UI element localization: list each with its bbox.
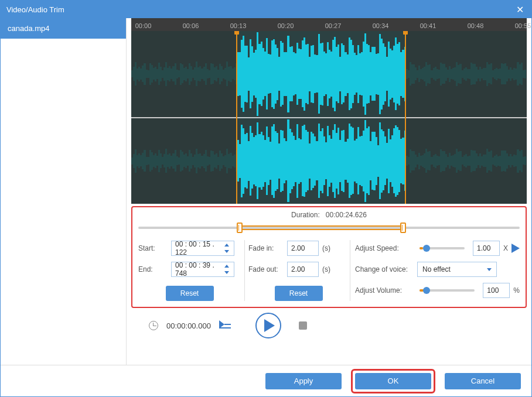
time-tick: 00:48: [468, 22, 484, 29]
spinner-down-icon[interactable]: [224, 250, 229, 253]
volume-input[interactable]: [483, 283, 510, 298]
window-title: Video/Audio Trim: [6, 5, 514, 14]
file-name: canada.mp4: [8, 24, 50, 33]
time-tick: 00:13: [230, 22, 247, 29]
play-icon: [264, 319, 275, 332]
end-time-input[interactable]: 00 : 00 : 39 . 748: [171, 262, 234, 277]
file-list: canada.mp4: [1, 18, 127, 365]
speed-label: Adjust Speed:: [355, 244, 414, 252]
fade-in-unit: (s): [322, 244, 330, 252]
end-label: End:: [138, 265, 168, 273]
start-label: Start:: [138, 244, 168, 252]
cancel-button[interactable]: Cancel: [445, 373, 521, 389]
fade-out-input[interactable]: [287, 262, 319, 277]
trim-slider-start-handle[interactable]: [237, 223, 243, 233]
start-time-input[interactable]: 00 : 00 : 15 . 122: [171, 241, 234, 256]
time-tick: 00:20: [278, 22, 294, 29]
duration-label: Duration:: [291, 211, 320, 219]
fade-out-label: Fade out:: [248, 265, 284, 273]
waveform[interactable]: [131, 31, 527, 204]
spinner-down-icon[interactable]: [224, 271, 229, 274]
reset-trim-button[interactable]: Reset: [166, 286, 214, 301]
reset-fade-button[interactable]: Reset: [275, 286, 323, 301]
trim-slider-end-handle[interactable]: [400, 223, 406, 233]
speed-slider[interactable]: [420, 247, 465, 249]
ok-highlight: OK: [351, 369, 435, 393]
volume-label: Adjust Volume:: [355, 286, 414, 295]
volume-slider[interactable]: [420, 289, 475, 292]
dialog-footer: Apply OK Cancel: [1, 365, 531, 396]
apply-button[interactable]: Apply: [265, 373, 342, 389]
time-tick: 00:55: [515, 22, 531, 29]
fade-in-input[interactable]: [287, 241, 319, 256]
volume-unit: %: [513, 286, 520, 295]
close-icon[interactable]: ✕: [514, 4, 526, 15]
voice-label: Change of voice:: [355, 265, 414, 273]
voice-select[interactable]: No effect: [417, 262, 497, 277]
playback-bar: 00:00:00.000: [131, 308, 527, 343]
time-tick: 00:27: [325, 22, 342, 29]
clock-icon: [149, 321, 158, 330]
fade-in-label: Fade in:: [248, 244, 284, 252]
ok-button[interactable]: OK: [355, 373, 431, 389]
file-item[interactable]: canada.mp4: [1, 18, 126, 39]
preview-play-icon[interactable]: [511, 244, 520, 253]
stop-button[interactable]: [299, 321, 307, 330]
fade-out-unit: (s): [322, 265, 330, 273]
duration-value: 00:00:24.626: [326, 211, 367, 219]
spinner-up-icon[interactable]: [224, 265, 229, 268]
time-tick: 00:41: [420, 22, 436, 29]
duration-row: Duration: 00:00:24.626: [138, 210, 520, 223]
trim-slider[interactable]: [138, 223, 520, 233]
time-ruler: 00:0000:0600:1300:2000:2700:3400:4100:48…: [131, 18, 527, 31]
title-bar: Video/Audio Trim ✕: [1, 1, 531, 18]
chevron-down-icon: [487, 268, 492, 271]
speed-unit: X: [503, 244, 508, 252]
skip-forward-icon[interactable]: [219, 320, 231, 331]
time-tick: 00:00: [135, 22, 152, 29]
spinner-up-icon[interactable]: [224, 244, 229, 247]
time-tick: 00:34: [373, 22, 389, 29]
play-button[interactable]: [255, 313, 281, 338]
playback-time: 00:00:00.000: [166, 321, 211, 330]
time-tick: 00:06: [183, 22, 199, 29]
speed-input[interactable]: [473, 241, 500, 256]
controls-panel: Duration: 00:00:24.626 Start: 00 : 00 : …: [131, 206, 527, 308]
